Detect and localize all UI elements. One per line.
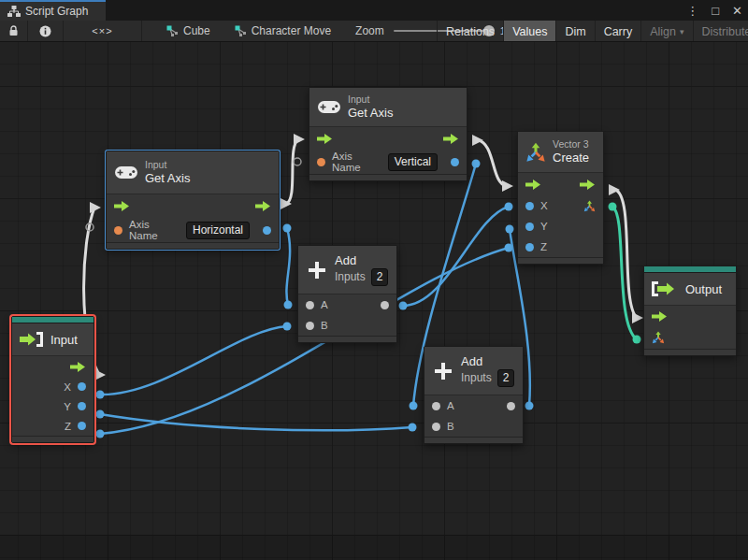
- axis-name-field[interactable]: Vertical: [388, 153, 438, 171]
- node-accent-strip: [12, 317, 94, 323]
- breadcrumb-character-move[interactable]: Character Move: [235, 24, 331, 37]
- axis-name-label: Axis Name: [332, 151, 381, 173]
- canvas-bottom-shade: [0, 535, 748, 560]
- node-category: Vector 3: [553, 138, 589, 151]
- b-port-label: B: [321, 320, 328, 331]
- flow-out-port-icon[interactable]: [70, 361, 86, 373]
- node-title: Output: [685, 282, 722, 296]
- node-vector3-create[interactable]: Vector 3 Create X Y: [517, 131, 604, 265]
- breadcrumb-label: Character Move: [252, 24, 331, 37]
- a-input-port[interactable]: [306, 301, 314, 309]
- node-get-axis-vertical[interactable]: Input Get Axis Axis Name Vertical: [309, 87, 468, 181]
- node-footer: [518, 257, 603, 264]
- node-add-2[interactable]: Add Inputs 2 A B: [424, 346, 524, 444]
- b-input-port[interactable]: [306, 322, 314, 330]
- node-title: Input: [50, 333, 78, 347]
- inputs-count-field[interactable]: 2: [497, 369, 515, 387]
- vector3-output-port-icon[interactable]: [583, 200, 596, 212]
- a-input-port[interactable]: [432, 402, 440, 410]
- x-input-port[interactable]: [525, 202, 534, 210]
- axis-name-input-port[interactable]: [114, 226, 122, 235]
- graph-toolbar: <×> Cube Character Move Zoom 1x Relation…: [0, 21, 748, 42]
- inputs-label: Inputs: [461, 371, 492, 385]
- inputs-count-field[interactable]: 2: [371, 268, 389, 286]
- node-accent-strip: [644, 266, 736, 273]
- carry-button[interactable]: Carry: [595, 21, 641, 42]
- axis-name-field[interactable]: Horizontal: [186, 222, 250, 239]
- nest-graph-icon: [235, 25, 247, 36]
- b-port-label: B: [447, 421, 454, 432]
- vector3-input-port-icon[interactable]: [652, 331, 665, 344]
- value-output-port[interactable]: [263, 226, 271, 235]
- node-footer: [644, 349, 736, 355]
- lock-icon: [8, 25, 19, 36]
- z-port-label: Z: [540, 241, 547, 252]
- inputs-label: Inputs: [335, 270, 366, 284]
- close-icon[interactable]: ✕: [732, 4, 742, 18]
- node-category: Input: [145, 159, 190, 171]
- tab-title: Script Graph: [25, 5, 88, 18]
- axis-name-input-port[interactable]: [317, 158, 325, 166]
- zoom-label: Zoom: [355, 24, 384, 37]
- node-footer: [298, 336, 396, 342]
- plus-icon: [433, 361, 453, 381]
- flow-in-port-icon[interactable]: [525, 179, 541, 191]
- y-output-port[interactable]: [78, 402, 86, 410]
- flow-in-port-icon[interactable]: [652, 310, 668, 323]
- node-title: Add: [335, 253, 388, 268]
- gamepad-icon: [318, 100, 340, 114]
- node-graph-input[interactable]: Input X Y Z: [11, 316, 94, 443]
- breadcrumb-cube[interactable]: Cube: [166, 24, 210, 37]
- nest-graph-icon: [166, 25, 179, 36]
- y-input-port[interactable]: [525, 223, 534, 231]
- menu-icon[interactable]: ⋮: [686, 4, 698, 18]
- values-button[interactable]: Values: [503, 21, 555, 42]
- distribute-dropdown[interactable]: Distribute ▾: [693, 21, 748, 42]
- graph-icon: [7, 6, 21, 17]
- maximize-icon[interactable]: □: [712, 4, 719, 18]
- x-output-port[interactable]: [78, 382, 86, 391]
- flow-out-port-icon[interactable]: [580, 179, 596, 191]
- node-footer: [309, 174, 467, 180]
- value-output-port[interactable]: [451, 158, 459, 166]
- lock-button[interactable]: [0, 21, 28, 42]
- node-footer: [107, 242, 279, 249]
- info-icon: [39, 25, 51, 37]
- align-dropdown[interactable]: Align ▾: [640, 21, 692, 42]
- node-footer: [424, 437, 523, 443]
- flow-out-port-icon[interactable]: [443, 133, 459, 145]
- x-port-label: X: [64, 381, 71, 393]
- node-title: Get Axis: [145, 171, 190, 186]
- plus-icon: [307, 260, 327, 280]
- code-view-button[interactable]: <×>: [64, 21, 142, 42]
- relations-button[interactable]: Relations: [437, 21, 503, 42]
- info-button[interactable]: [28, 21, 64, 42]
- node-category: Input: [348, 93, 393, 106]
- node-footer: [12, 436, 94, 442]
- sum-output-port[interactable]: [381, 301, 389, 309]
- breadcrumb-label: Cube: [183, 24, 210, 37]
- node-graph-output[interactable]: Output: [643, 266, 737, 356]
- flow-out-port-icon[interactable]: [255, 200, 271, 212]
- vector3-icon: [525, 142, 546, 163]
- a-port-label: A: [447, 400, 454, 411]
- flow-in-port-icon[interactable]: [114, 200, 130, 212]
- z-output-port[interactable]: [78, 422, 86, 430]
- z-input-port[interactable]: [525, 243, 534, 251]
- axis-name-label: Axis Name: [129, 219, 180, 241]
- gamepad-icon: [115, 165, 137, 179]
- tab-script-graph[interactable]: Script Graph: [0, 0, 106, 21]
- b-input-port[interactable]: [432, 423, 440, 431]
- a-port-label: A: [321, 299, 328, 310]
- tab-bar: Script Graph ⋮ □ ✕: [0, 0, 748, 21]
- node-add-1[interactable]: Add Inputs 2 A B: [297, 245, 397, 343]
- y-port-label: Y: [540, 221, 548, 232]
- graph-output-icon: [652, 281, 678, 296]
- graph-input-icon: [20, 332, 44, 347]
- node-title: Add: [461, 354, 514, 369]
- dim-button[interactable]: Dim: [555, 21, 594, 42]
- flow-in-port-icon[interactable]: [317, 133, 333, 145]
- sum-output-port[interactable]: [507, 402, 515, 410]
- node-title: Get Axis: [348, 106, 393, 121]
- node-get-axis-horizontal[interactable]: Input Get Axis Axis Name Horizontal: [106, 151, 280, 250]
